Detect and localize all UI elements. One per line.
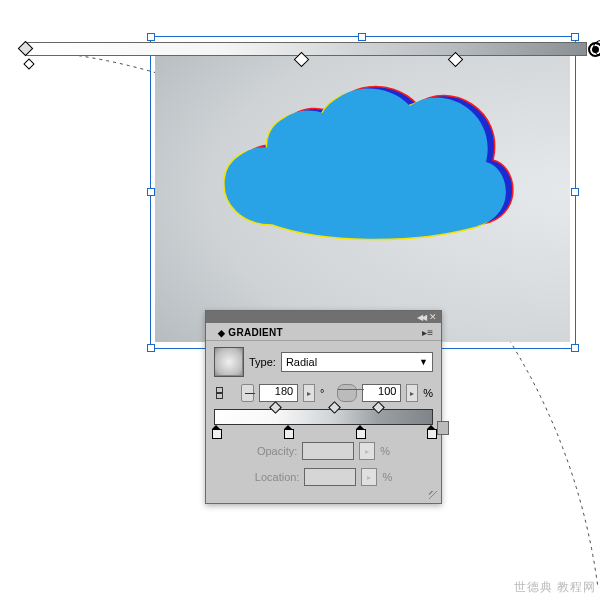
canvas-area[interactable]: ◀◀ ✕ ◆GRADIENT ▸≡ Type: Radial ▼ bbox=[0, 0, 600, 600]
panel-gradient-strip[interactable] bbox=[214, 409, 433, 425]
gradient-swatch[interactable] bbox=[214, 347, 244, 377]
resize-handle-mr[interactable] bbox=[571, 188, 579, 196]
gradient-origin-anchor[interactable] bbox=[23, 58, 34, 69]
angle-input[interactable]: 180 bbox=[259, 384, 298, 402]
type-label: Type: bbox=[249, 356, 276, 368]
resize-handle-tl[interactable] bbox=[147, 33, 155, 41]
gradient-type-value: Radial bbox=[286, 356, 317, 368]
angle-stepper[interactable]: ▸ bbox=[303, 384, 315, 402]
panel-resize-grip[interactable] bbox=[429, 491, 439, 501]
resize-handle-bl[interactable] bbox=[147, 344, 155, 352]
tab-gradient[interactable]: ◆GRADIENT bbox=[210, 325, 291, 340]
chevron-down-icon: ▼ bbox=[419, 357, 428, 367]
resize-handle-br[interactable] bbox=[571, 344, 579, 352]
reverse-gradient-button[interactable] bbox=[214, 385, 225, 401]
gradient-panel: ◀◀ ✕ ◆GRADIENT ▸≡ Type: Radial ▼ bbox=[205, 310, 442, 504]
panel-color-stop[interactable] bbox=[427, 425, 435, 435]
panel-color-stop[interactable] bbox=[284, 425, 292, 435]
collapse-icon[interactable]: ◀◀ bbox=[417, 313, 425, 322]
close-icon[interactable]: ✕ bbox=[429, 312, 437, 322]
aspect-ratio-icon bbox=[337, 384, 357, 402]
location-stepper: ▸ bbox=[361, 468, 377, 486]
opacity-unit: % bbox=[380, 445, 390, 457]
angle-unit: ° bbox=[320, 387, 324, 399]
gradient-type-select[interactable]: Radial ▼ bbox=[281, 352, 433, 372]
panel-gradient-strip-wrap bbox=[214, 409, 433, 425]
panel-tabbar: ◆GRADIENT ▸≡ bbox=[206, 323, 441, 341]
selection-bounding-box bbox=[150, 36, 576, 349]
location-input bbox=[304, 468, 356, 486]
aspect-input[interactable]: 100 bbox=[362, 384, 401, 402]
resize-handle-tm[interactable] bbox=[358, 33, 366, 41]
delete-stop-button[interactable] bbox=[437, 421, 449, 435]
aspect-stepper[interactable]: ▸ bbox=[406, 384, 418, 402]
panel-menu-button[interactable]: ▸≡ bbox=[418, 326, 437, 340]
opacity-label: Opacity: bbox=[257, 445, 297, 457]
panel-body: Type: Radial ▼ 180 ▸ ° 100 ▸ % bbox=[206, 341, 441, 503]
angle-icon bbox=[241, 384, 254, 402]
resize-handle-ml[interactable] bbox=[147, 188, 155, 196]
gradient-origin-handle[interactable] bbox=[18, 41, 34, 57]
location-label: Location: bbox=[255, 471, 300, 483]
panel-color-stop[interactable] bbox=[356, 425, 364, 435]
resize-handle-tr[interactable] bbox=[571, 33, 579, 41]
opacity-input bbox=[302, 442, 354, 460]
panel-titlebar[interactable]: ◀◀ ✕ bbox=[206, 311, 441, 323]
panel-color-stop[interactable] bbox=[212, 425, 220, 435]
panel-title: GRADIENT bbox=[228, 327, 283, 338]
watermark: 世德典 教程网 bbox=[514, 579, 596, 596]
opacity-stepper: ▸ bbox=[359, 442, 375, 460]
aspect-unit: % bbox=[423, 387, 433, 399]
tab-toggle-icon: ◆ bbox=[218, 328, 225, 338]
location-unit: % bbox=[382, 471, 392, 483]
